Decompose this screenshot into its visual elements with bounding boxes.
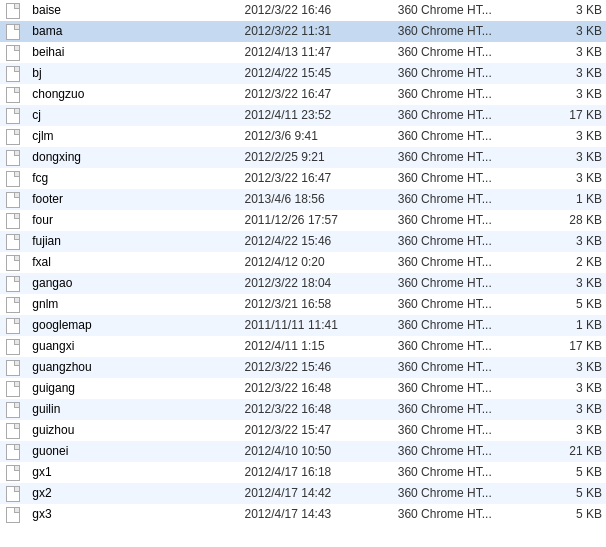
file-icon xyxy=(6,234,20,250)
file-name: fxal xyxy=(28,252,240,273)
file-size: 1 KB xyxy=(535,315,606,336)
file-date: 2012/2/25 9:21 xyxy=(240,147,393,168)
file-icon xyxy=(6,87,20,103)
file-icon xyxy=(6,255,20,271)
table-row[interactable]: guangxi 2012/4/11 1:15 360 Chrome HT... … xyxy=(0,336,606,357)
file-icon xyxy=(6,360,20,376)
file-size: 3 KB xyxy=(535,42,606,63)
file-size: 3 KB xyxy=(535,21,606,42)
file-date: 2012/3/22 15:47 xyxy=(240,420,393,441)
file-date: 2012/3/21 16:58 xyxy=(240,294,393,315)
file-icon-cell xyxy=(0,378,28,399)
file-name: gangao xyxy=(28,273,240,294)
file-name: googlemap xyxy=(28,315,240,336)
file-name: cj xyxy=(28,105,240,126)
file-size: 2 KB xyxy=(535,252,606,273)
table-row[interactable]: bama 2012/3/22 11:31 360 Chrome HT... 3 … xyxy=(0,21,606,42)
file-date: 2012/3/22 16:47 xyxy=(240,84,393,105)
file-type: 360 Chrome HT... xyxy=(394,42,535,63)
table-row[interactable]: guilin 2012/3/22 16:48 360 Chrome HT... … xyxy=(0,399,606,420)
table-row[interactable]: cjlm 2012/3/6 9:41 360 Chrome HT... 3 KB xyxy=(0,126,606,147)
file-name: baise xyxy=(28,0,240,21)
file-type: 360 Chrome HT... xyxy=(394,273,535,294)
file-size: 3 KB xyxy=(535,399,606,420)
file-size: 5 KB xyxy=(535,504,606,525)
file-date: 2011/11/11 11:41 xyxy=(240,315,393,336)
file-type: 360 Chrome HT... xyxy=(394,189,535,210)
file-size: 3 KB xyxy=(535,357,606,378)
table-row[interactable]: fcg 2012/3/22 16:47 360 Chrome HT... 3 K… xyxy=(0,168,606,189)
file-icon-cell xyxy=(0,0,28,21)
file-icon-cell xyxy=(0,294,28,315)
table-row[interactable]: baise 2012/3/22 16:46 360 Chrome HT... 3… xyxy=(0,0,606,21)
file-icon-cell xyxy=(0,21,28,42)
table-row[interactable]: cj 2012/4/11 23:52 360 Chrome HT... 17 K… xyxy=(0,105,606,126)
table-row[interactable]: dongxing 2012/2/25 9:21 360 Chrome HT...… xyxy=(0,147,606,168)
table-row[interactable]: gnlm 2012/3/21 16:58 360 Chrome HT... 5 … xyxy=(0,294,606,315)
file-icon-cell xyxy=(0,420,28,441)
file-name: chongzuo xyxy=(28,84,240,105)
table-row[interactable]: fxal 2012/4/12 0:20 360 Chrome HT... 2 K… xyxy=(0,252,606,273)
file-name: gx2 xyxy=(28,483,240,504)
file-date: 2012/4/22 15:46 xyxy=(240,231,393,252)
file-icon xyxy=(6,465,20,481)
table-row[interactable]: chongzuo 2012/3/22 16:47 360 Chrome HT..… xyxy=(0,84,606,105)
file-name: gx3 xyxy=(28,504,240,525)
file-type: 360 Chrome HT... xyxy=(394,210,535,231)
file-size: 3 KB xyxy=(535,273,606,294)
file-icon-cell xyxy=(0,315,28,336)
table-row[interactable]: guizhou 2012/3/22 15:47 360 Chrome HT...… xyxy=(0,420,606,441)
table-row[interactable]: gx1 2012/4/17 16:18 360 Chrome HT... 5 K… xyxy=(0,462,606,483)
table-row[interactable]: gx2 2012/4/17 14:42 360 Chrome HT... 5 K… xyxy=(0,483,606,504)
file-icon xyxy=(6,3,20,19)
file-icon-cell xyxy=(0,63,28,84)
table-row[interactable]: bj 2012/4/22 15:45 360 Chrome HT... 3 KB xyxy=(0,63,606,84)
file-icon xyxy=(6,423,20,439)
table-row[interactable]: beihai 2012/4/13 11:47 360 Chrome HT... … xyxy=(0,42,606,63)
file-size: 3 KB xyxy=(535,147,606,168)
file-type: 360 Chrome HT... xyxy=(394,84,535,105)
file-size: 3 KB xyxy=(535,378,606,399)
file-icon-cell xyxy=(0,126,28,147)
table-row[interactable]: guangzhou 2012/3/22 15:46 360 Chrome HT.… xyxy=(0,357,606,378)
file-date: 2012/3/22 16:47 xyxy=(240,168,393,189)
file-icon xyxy=(6,276,20,292)
file-icon-cell xyxy=(0,147,28,168)
file-name: guangzhou xyxy=(28,357,240,378)
file-icon-cell xyxy=(0,273,28,294)
file-name: four xyxy=(28,210,240,231)
table-row[interactable]: fujian 2012/4/22 15:46 360 Chrome HT... … xyxy=(0,231,606,252)
table-row[interactable]: gangao 2012/3/22 18:04 360 Chrome HT... … xyxy=(0,273,606,294)
file-size: 17 KB xyxy=(535,105,606,126)
file-icon xyxy=(6,318,20,334)
table-row[interactable]: gx3 2012/4/17 14:43 360 Chrome HT... 5 K… xyxy=(0,504,606,525)
table-row[interactable]: guonei 2012/4/10 10:50 360 Chrome HT... … xyxy=(0,441,606,462)
file-icon xyxy=(6,45,20,61)
file-size: 21 KB xyxy=(535,441,606,462)
file-name: bj xyxy=(28,63,240,84)
file-icon xyxy=(6,66,20,82)
file-date: 2013/4/6 18:56 xyxy=(240,189,393,210)
file-type: 360 Chrome HT... xyxy=(394,0,535,21)
file-name: guilin xyxy=(28,399,240,420)
file-name: gx1 xyxy=(28,462,240,483)
file-icon xyxy=(6,24,20,40)
file-date: 2011/12/26 17:57 xyxy=(240,210,393,231)
file-date: 2012/3/22 16:48 xyxy=(240,378,393,399)
table-row[interactable]: guigang 2012/3/22 16:48 360 Chrome HT...… xyxy=(0,378,606,399)
file-type: 360 Chrome HT... xyxy=(394,231,535,252)
file-date: 2012/4/17 14:42 xyxy=(240,483,393,504)
file-icon-cell xyxy=(0,336,28,357)
file-name: guigang xyxy=(28,378,240,399)
file-icon xyxy=(6,213,20,229)
file-date: 2012/3/22 11:31 xyxy=(240,21,393,42)
file-type: 360 Chrome HT... xyxy=(394,504,535,525)
table-row[interactable]: footer 2013/4/6 18:56 360 Chrome HT... 1… xyxy=(0,189,606,210)
table-row[interactable]: googlemap 2011/11/11 11:41 360 Chrome HT… xyxy=(0,315,606,336)
file-icon-cell xyxy=(0,462,28,483)
table-row[interactable]: four 2011/12/26 17:57 360 Chrome HT... 2… xyxy=(0,210,606,231)
file-icon xyxy=(6,171,20,187)
file-name: guangxi xyxy=(28,336,240,357)
file-icon-cell xyxy=(0,231,28,252)
file-icon-cell xyxy=(0,189,28,210)
